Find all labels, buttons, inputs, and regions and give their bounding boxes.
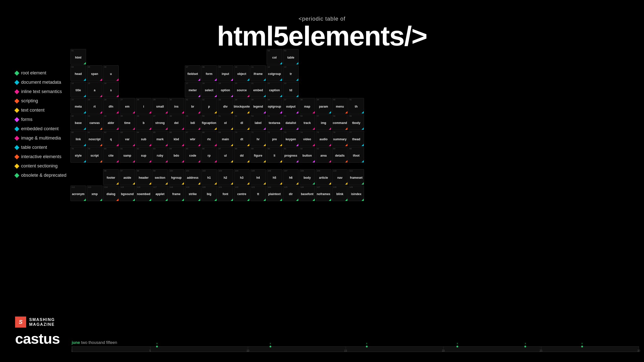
element-name: frame bbox=[172, 192, 181, 196]
legend-color bbox=[14, 154, 19, 159]
element-number: 26 bbox=[104, 99, 106, 101]
element-sup: 82sup bbox=[136, 147, 151, 163]
element-number: 104 bbox=[235, 170, 238, 172]
element-name: span bbox=[91, 72, 98, 76]
element-number: 97 bbox=[120, 170, 123, 172]
element-category-indicator bbox=[247, 111, 249, 113]
element-fieldset: 07fieldset bbox=[185, 65, 200, 81]
element-tfoot: 95tfoot bbox=[348, 147, 364, 163]
element-name: centre bbox=[237, 192, 246, 196]
element-category-indicator bbox=[214, 127, 217, 130]
element-col: 02col bbox=[267, 49, 282, 65]
element-number: 21 bbox=[251, 82, 254, 84]
element-number: 111 bbox=[349, 170, 353, 172]
element-number: 60 bbox=[71, 131, 74, 133]
element-category-indicator bbox=[214, 199, 217, 201]
element-tt: 123tt bbox=[250, 186, 266, 201]
timeline-month: june bbox=[72, 340, 80, 345]
element-number: 72 bbox=[268, 131, 270, 133]
element-number: 81 bbox=[120, 148, 123, 150]
element-category-indicator bbox=[116, 127, 118, 130]
element-name: dir bbox=[289, 192, 293, 196]
element-number: 48 bbox=[170, 115, 172, 117]
element-name: command bbox=[333, 121, 347, 125]
element-name: ul bbox=[224, 154, 227, 157]
element-number: 59 bbox=[349, 115, 352, 117]
element-name: area bbox=[320, 154, 327, 157]
element-strong: 47strong bbox=[152, 114, 168, 130]
element-category-indicator bbox=[247, 182, 249, 185]
empty-cell bbox=[169, 49, 184, 65]
element-category-indicator bbox=[214, 78, 217, 81]
empty-cell bbox=[348, 49, 364, 65]
timeline-event-label: s bbox=[525, 342, 526, 345]
element-head: 04head bbox=[70, 65, 86, 81]
element-number: 68 bbox=[202, 131, 205, 133]
element-number: 44 bbox=[104, 115, 106, 117]
element-name: blink bbox=[336, 192, 343, 196]
element-name: code bbox=[189, 154, 196, 157]
element-name: h1 bbox=[207, 176, 211, 179]
element-name: html bbox=[75, 56, 81, 59]
element-category-indicator bbox=[165, 199, 168, 201]
element-xmp: 113xmp bbox=[87, 186, 102, 201]
element-number: 02 bbox=[268, 50, 270, 52]
element-number: 42 bbox=[71, 115, 74, 117]
element-command: 58command bbox=[332, 114, 348, 130]
element-number: 86 bbox=[202, 148, 205, 150]
element-h6: 107h6 bbox=[283, 169, 299, 185]
element-category-indicator bbox=[312, 182, 315, 185]
empty-cell bbox=[250, 49, 266, 65]
element-category-indicator bbox=[247, 127, 249, 130]
element-category-indicator bbox=[329, 160, 331, 162]
element-name: audio bbox=[319, 138, 328, 141]
element-number: 96 bbox=[104, 170, 106, 172]
element-number: 13 bbox=[284, 66, 286, 68]
element-category-indicator bbox=[361, 127, 364, 130]
element-category-indicator bbox=[198, 182, 200, 185]
element-number: 38 bbox=[300, 99, 303, 101]
element-figure: 89figure bbox=[250, 147, 266, 163]
element-name: h3 bbox=[240, 176, 244, 179]
element-number: 124 bbox=[268, 186, 271, 188]
element-number: 55 bbox=[284, 115, 286, 117]
element-rp: 86rp bbox=[201, 147, 217, 163]
element-samp: 81samp bbox=[119, 147, 135, 163]
timeline-event-label: s bbox=[457, 342, 458, 345]
element-category-indicator bbox=[84, 160, 86, 162]
element-kbd: 66kbd bbox=[169, 131, 184, 146]
element-meta: 24meta bbox=[70, 98, 86, 114]
legend-label: forms bbox=[21, 117, 32, 122]
element-category-indicator bbox=[329, 111, 331, 113]
element-category-indicator bbox=[149, 111, 151, 113]
element-number: 95 bbox=[349, 148, 352, 150]
element-category-indicator bbox=[329, 199, 331, 201]
element-details: 94details bbox=[332, 147, 348, 163]
element-category-indicator bbox=[345, 182, 347, 185]
element-name: hr bbox=[257, 138, 260, 141]
element-category-indicator bbox=[198, 95, 200, 97]
element-number: 92 bbox=[300, 148, 303, 150]
element-textarea: 54textarea bbox=[267, 114, 282, 130]
element-menu: 40menu bbox=[332, 98, 348, 114]
element-category-indicator bbox=[263, 144, 266, 146]
empty-cell bbox=[185, 49, 200, 65]
element-category-indicator bbox=[116, 95, 118, 97]
element-table: 03table bbox=[283, 49, 299, 65]
timeline-event-dot bbox=[457, 346, 458, 347]
element-name: textarea bbox=[269, 121, 280, 125]
element-number: 128 bbox=[333, 186, 336, 188]
empty-cell bbox=[87, 169, 102, 185]
element-acronym: 112acronym bbox=[70, 186, 86, 201]
element-number: 65 bbox=[153, 131, 155, 133]
element-name: legend bbox=[253, 105, 263, 108]
element-category-indicator bbox=[214, 111, 217, 113]
element-name: dl bbox=[240, 121, 243, 125]
element-centre: 122centre bbox=[234, 186, 250, 201]
element-input: 09input bbox=[218, 65, 233, 81]
element-category-indicator bbox=[247, 95, 249, 97]
element-category-indicator bbox=[182, 199, 184, 201]
element-source: 20source bbox=[234, 82, 250, 97]
element-name: del bbox=[174, 121, 178, 125]
element-address: 101address bbox=[185, 169, 200, 185]
